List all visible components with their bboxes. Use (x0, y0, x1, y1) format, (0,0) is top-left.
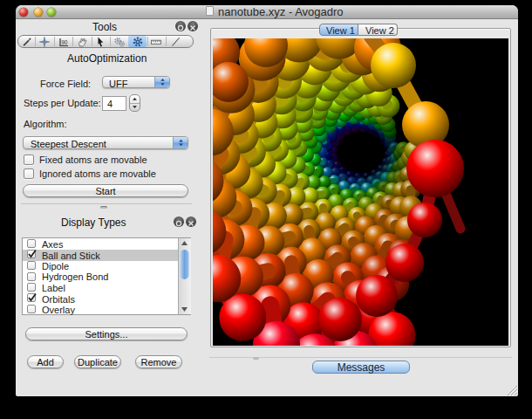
svg-text:90: 90 (61, 39, 68, 45)
